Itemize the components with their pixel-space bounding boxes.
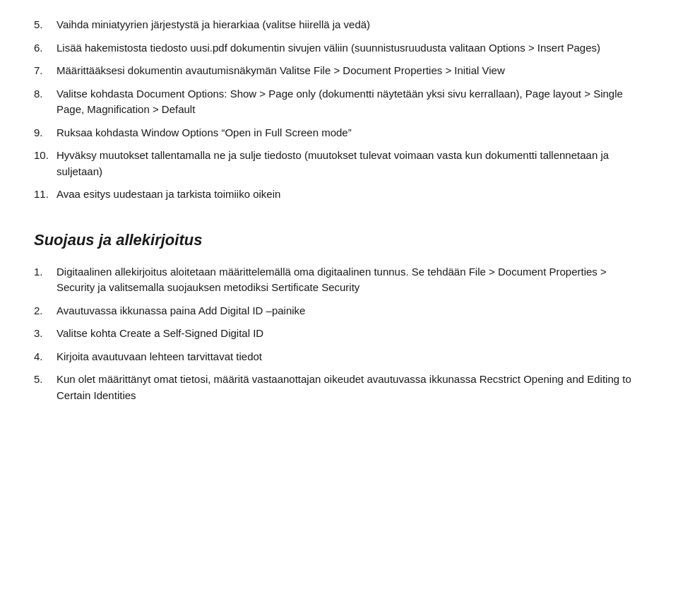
item-text: Avaa esitys uudestaan ja tarkista toimii… xyxy=(56,186,644,203)
list-item: 4. Kirjoita avautuvaan lehteen tarvittav… xyxy=(34,349,644,365)
item-number: 7. xyxy=(34,63,56,79)
list-item: 5. Vaihda miniatyyrien järjestystä ja hi… xyxy=(34,17,644,33)
item-number: 8. xyxy=(34,86,56,118)
item-text: Kirjoita avautuvaan lehteen tarvittavat … xyxy=(56,349,644,365)
list-item: 10. Hyväksy muutokset tallentamalla ne j… xyxy=(34,148,644,179)
list-item: 6. Lisää hakemistosta tiedosto uusi.pdf … xyxy=(34,40,644,57)
list-item: 5. Kun olet määrittänyt omat tietosi, mä… xyxy=(34,372,644,403)
item-text: Avautuvassa ikkunassa paina Add Digital … xyxy=(56,303,644,319)
list-item: 7. Määrittääksesi dokumentin avautumisnä… xyxy=(34,63,644,79)
item-number: 11. xyxy=(34,186,56,203)
item-number: 4. xyxy=(34,349,56,365)
item-text: Kun olet määrittänyt omat tietosi, määri… xyxy=(56,372,644,403)
section-heading: Suojaus ja allekirjoitus xyxy=(34,228,644,251)
item-number: 10. xyxy=(34,148,56,179)
item-number: 5. xyxy=(34,17,56,33)
item-text: Vaihda miniatyyrien järjestystä ja hiera… xyxy=(56,17,644,33)
list-item: 8. Valitse kohdasta Document Options: Sh… xyxy=(34,86,644,118)
item-text: Ruksaa kohdasta Window Options “Open in … xyxy=(56,125,644,141)
item-text: Valitse kohta Create a Self-Signed Digit… xyxy=(56,326,644,342)
list-item: 11. Avaa esitys uudestaan ja tarkista to… xyxy=(34,186,644,203)
item-number: 2. xyxy=(34,303,56,319)
item-text: Valitse kohdasta Document Options: Show … xyxy=(56,86,644,118)
item-number: 3. xyxy=(34,326,56,342)
item-text: Hyväksy muutokset tallentamalla ne ja su… xyxy=(56,148,644,179)
item-number: 1. xyxy=(34,264,56,296)
item-number: 5. xyxy=(34,372,56,403)
list-item: 1. Digitaalinen allekirjoitus aloitetaan… xyxy=(34,264,644,296)
item-text: Määrittääksesi dokumentin avautumisnäkym… xyxy=(56,63,644,79)
list-item: 3. Valitse kohta Create a Self-Signed Di… xyxy=(34,326,644,342)
item-number: 9. xyxy=(34,125,56,141)
item-number: 6. xyxy=(34,40,56,57)
list-item: 2. Avautuvassa ikkunassa paina Add Digit… xyxy=(34,303,644,319)
list-item: 9. Ruksaa kohdasta Window Options “Open … xyxy=(34,125,644,141)
item-text: Digitaalinen allekirjoitus aloitetaan mä… xyxy=(56,264,644,296)
item-text: Lisää hakemistosta tiedosto uusi.pdf dok… xyxy=(56,40,644,57)
